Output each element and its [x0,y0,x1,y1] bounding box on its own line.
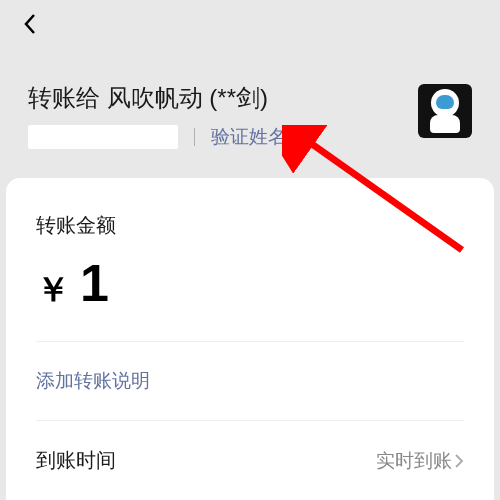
avatar-image [427,89,463,133]
name-input-placeholder[interactable] [28,125,178,149]
recipient-nickname: 风吹帆动 [107,84,203,111]
transfer-card: 转账金额 ￥ 1 添加转账说明 到账时间 实时到账 [6,178,494,500]
avatar[interactable] [418,84,472,138]
amount-value: 1 [80,257,109,309]
chevron-left-icon [23,13,37,35]
recipient-title: 转账给 风吹帆动 (**剑) [28,82,418,114]
chevron-right-icon [454,453,464,469]
recipient-prefix: 转账给 [28,84,100,111]
amount-label: 转账金额 [36,212,464,239]
arrival-time-row[interactable]: 到账时间 实时到账 [36,421,464,500]
back-button[interactable] [18,12,42,36]
divider [194,128,195,146]
recipient-section: 转账给 风吹帆动 (**剑) 验证姓名 [0,64,500,150]
add-memo-link[interactable]: 添加转账说明 [36,342,464,421]
arrival-value: 实时到账 [376,448,452,474]
arrival-label: 到账时间 [36,447,116,474]
currency-symbol: ￥ [36,267,70,313]
recipient-masked-name: (**剑) [209,84,268,111]
amount-input-row[interactable]: ￥ 1 [36,257,464,342]
verify-name-link[interactable]: 验证姓名 [211,124,287,150]
